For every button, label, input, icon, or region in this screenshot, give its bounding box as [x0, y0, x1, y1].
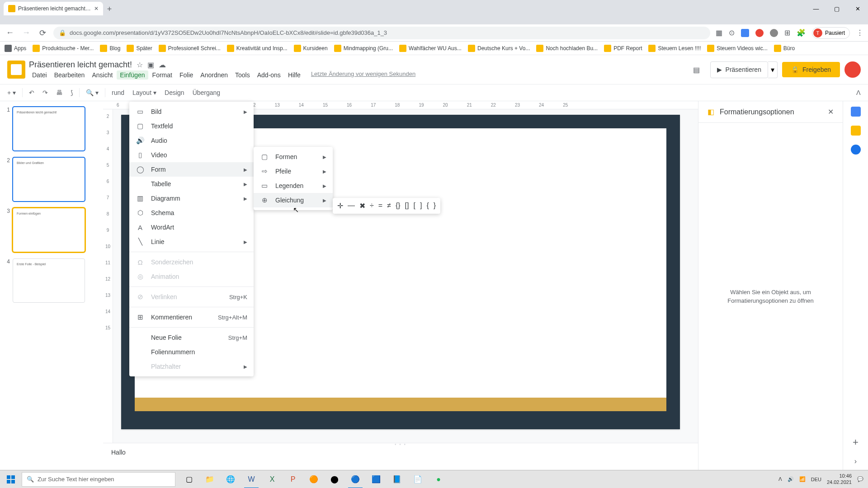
- chrome-icon[interactable]: 🔵: [345, 470, 365, 488]
- equation-symbol[interactable]: []: [405, 202, 409, 210]
- insert-tabelle[interactable]: Tabelle▶: [129, 177, 254, 191]
- close-tab-icon[interactable]: ✕: [94, 5, 99, 12]
- new-slide-button[interactable]: + ▾: [4, 87, 19, 98]
- address-bar[interactable]: 🔒 docs.google.com/presentation/d/1yV372S…: [53, 27, 710, 39]
- back-button[interactable]: ←: [5, 28, 15, 38]
- volume-icon[interactable]: 🔊: [788, 476, 794, 482]
- tasks-icon[interactable]: [851, 145, 861, 155]
- equation-symbol[interactable]: ÷: [370, 202, 374, 210]
- edge-icon[interactable]: 🟦: [366, 470, 386, 488]
- collapse-toolbar-icon[interactable]: ᐱ: [853, 87, 864, 98]
- keep-icon[interactable]: [851, 126, 861, 136]
- language-indicator[interactable]: DEU: [811, 477, 821, 482]
- app-icon[interactable]: 📄: [408, 470, 428, 488]
- insert-neue-folie[interactable]: Neue FolieStrg+M: [129, 330, 254, 345]
- equation-symbol[interactable]: =: [378, 202, 382, 210]
- redo-button[interactable]: ↷: [39, 87, 52, 98]
- notes-resize-handle[interactable]: • • •: [395, 442, 406, 447]
- insert-bild[interactable]: ▭Bild▶: [129, 104, 254, 119]
- obs-icon[interactable]: ⬤: [325, 470, 344, 488]
- word-icon[interactable]: W: [241, 470, 261, 488]
- equation-symbol[interactable]: ≠: [387, 202, 391, 210]
- clock[interactable]: 10:46 24.02.2021: [827, 473, 852, 485]
- powerpoint-icon[interactable]: P: [283, 470, 303, 488]
- tray-chevron-icon[interactable]: ᐱ: [778, 476, 782, 482]
- edge-icon[interactable]: 🌐: [221, 470, 241, 488]
- form-formen[interactable]: ▢Formen▶: [254, 150, 333, 164]
- insert-video[interactable]: ▯Video: [129, 148, 254, 162]
- notifications-icon[interactable]: 💬: [857, 476, 863, 482]
- slide-thumb-1[interactable]: 1Präsentieren leicht gemacht!: [4, 107, 99, 151]
- insert-wordart[interactable]: AWordArt: [129, 220, 254, 235]
- menu-anordnen[interactable]: Anordnen: [197, 70, 231, 80]
- speaker-notes[interactable]: • • • Hallo: [103, 443, 698, 470]
- maximize-window-button[interactable]: ▢: [826, 2, 847, 15]
- document-title[interactable]: Präsentieren leicht gemacht!: [29, 60, 132, 70]
- spotify-icon[interactable]: ●: [429, 470, 448, 488]
- slide-thumb-3[interactable]: 3Formen einfügen: [4, 208, 99, 252]
- menu-hilfe[interactable]: Hilfe: [285, 70, 304, 80]
- file-explorer-icon[interactable]: 📁: [200, 470, 220, 488]
- task-view-icon[interactable]: ▢: [179, 470, 199, 488]
- move-icon[interactable]: ▣: [147, 61, 154, 69]
- bookmark-item[interactable]: Steuern Lesen !!!!: [648, 45, 701, 52]
- form-legenden[interactable]: ▭Legenden▶: [254, 178, 333, 193]
- minimize-window-button[interactable]: —: [806, 2, 826, 15]
- extensions-icon[interactable]: 🧩: [797, 28, 806, 37]
- background-button[interactable]: rund: [108, 87, 128, 98]
- insert-form[interactable]: ◯Form▶: [129, 162, 254, 177]
- ext-icon[interactable]: [741, 29, 749, 37]
- excel-icon[interactable]: X: [262, 470, 282, 488]
- paint-format-button[interactable]: ⟆: [67, 87, 76, 98]
- insert-linie[interactable]: ╲Linie▶: [129, 235, 254, 249]
- profile-button[interactable]: T Pausiert: [812, 27, 850, 39]
- bookmark-item[interactable]: Kursideen: [294, 45, 328, 52]
- ext-icon[interactable]: [755, 29, 764, 37]
- menu-format[interactable]: Format: [149, 70, 175, 80]
- bookmark-item[interactable]: Mindmapping (Gru...: [334, 45, 393, 52]
- menu-add-ons[interactable]: Add-ons: [254, 70, 284, 80]
- print-button[interactable]: 🖶: [52, 87, 66, 98]
- bookmark-item[interactable]: Büro: [774, 45, 795, 52]
- insert-schema[interactable]: ⬡Schema: [129, 206, 254, 220]
- share-button[interactable]: 🔒 Freigeben: [782, 62, 840, 77]
- menu-bearbeiten[interactable]: Bearbeiten: [51, 70, 88, 80]
- app-icon[interactable]: 📘: [387, 470, 407, 488]
- filmstrip[interactable]: 1Präsentieren leicht gemacht!2Bilder und…: [0, 101, 103, 470]
- form-pfeile[interactable]: ⇨Pfeile▶: [254, 164, 333, 178]
- equation-symbol[interactable]: {}: [396, 202, 401, 210]
- bookmark-item[interactable]: Noch hochladen Bu...: [536, 45, 598, 52]
- equation-symbol[interactable]: ]: [420, 202, 422, 210]
- hide-rail-icon[interactable]: ›: [854, 457, 857, 465]
- wifi-icon[interactable]: 📶: [799, 476, 806, 482]
- bookmark-item[interactable]: Kreativität und Insp...: [227, 45, 288, 52]
- equation-symbol[interactable]: {: [426, 202, 429, 210]
- bookmark-item[interactable]: Professionell Schrei...: [159, 45, 221, 52]
- equation-symbol[interactable]: [: [413, 202, 415, 210]
- ext-icon[interactable]: [770, 29, 778, 37]
- insert-foliennummern[interactable]: Foliennummern: [129, 345, 254, 359]
- undo-button[interactable]: ↶: [25, 87, 38, 98]
- add-addon-icon[interactable]: +: [853, 436, 859, 448]
- form-gleichung[interactable]: ⊕Gleichung▶: [254, 193, 333, 207]
- bookmark-item[interactable]: Wahlfächer WU Aus...: [399, 45, 462, 52]
- layout-button[interactable]: Layout ▾: [129, 87, 160, 98]
- chrome-menu-icon[interactable]: ⋮: [856, 28, 863, 37]
- zoom-button[interactable]: 🔍 ▾: [82, 87, 102, 98]
- insert-audio[interactable]: 🔊Audio: [129, 133, 254, 148]
- menu-einfügen[interactable]: Einfügen: [117, 70, 148, 80]
- equation-symbol[interactable]: —: [348, 202, 355, 210]
- transition-button[interactable]: Übergang: [189, 87, 224, 98]
- present-button[interactable]: ▶ Präsentieren: [710, 61, 768, 78]
- slides-logo[interactable]: [7, 61, 25, 79]
- bookmark-item[interactable]: Apps: [5, 45, 26, 52]
- insert-textfeld[interactable]: ▢Textfeld: [129, 119, 254, 133]
- bookmark-item[interactable]: Produktsuche - Mer...: [33, 45, 94, 52]
- bookmark-item[interactable]: Steuern Videos wic...: [707, 45, 768, 52]
- menu-tools[interactable]: Tools: [232, 70, 253, 80]
- present-dropdown[interactable]: ▾: [768, 61, 778, 78]
- slide-thumb-2[interactable]: 2Bilder und Grafiken: [4, 157, 99, 202]
- app-icon[interactable]: 🟠: [304, 470, 324, 488]
- comments-button[interactable]: ▤: [688, 61, 706, 79]
- insert-kommentieren[interactable]: ⊞KommentierenStrg+Alt+M: [129, 310, 254, 324]
